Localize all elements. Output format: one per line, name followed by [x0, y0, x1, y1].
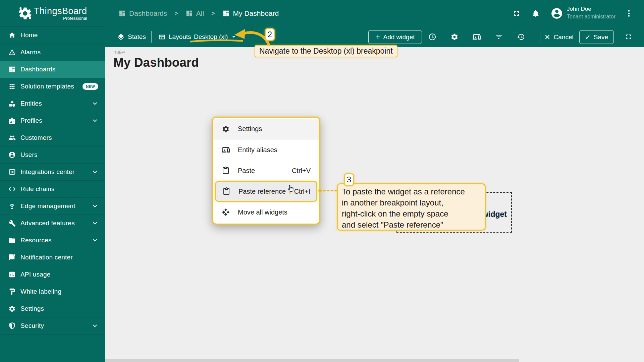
user-name: John Doe	[567, 6, 615, 12]
sidebar-item-label: Solution templates	[20, 83, 74, 90]
sidebar-item-label: API usage	[20, 271, 50, 278]
menu-item-paste[interactable]: PasteCtrl+V	[213, 160, 319, 181]
brand-edition: Professional	[34, 16, 87, 21]
breakpoint-selector[interactable]: Desktop (xl)	[194, 27, 237, 47]
user-menu[interactable]: John Doe Tenant administrator	[567, 6, 615, 20]
toolbar-divider	[540, 31, 540, 43]
menu-item-label: Paste	[238, 167, 255, 175]
chevron-down-icon	[92, 117, 98, 124]
menu-item-settings[interactable]: Settings	[213, 119, 319, 139]
sidebar-item-home[interactable]: Home	[0, 27, 105, 44]
sidebar-item-profiles[interactable]: Profiles	[0, 112, 105, 129]
sidebar-item-alarms[interactable]: Alarms	[0, 44, 105, 61]
sidebar-item-label: Dashboards	[20, 66, 55, 73]
dashboard-icon	[185, 10, 193, 17]
menu-item-move-all-widgets[interactable]: Move all widgets	[213, 202, 319, 223]
sidebar-item-integrations-center[interactable]: Integrations center	[0, 164, 105, 181]
menu-item-entity-aliases[interactable]: Entity aliases	[213, 139, 319, 160]
kebab-menu-icon[interactable]	[625, 9, 633, 18]
title-field-label: Title*	[114, 50, 125, 55]
layouts-button[interactable]: Layouts	[158, 27, 191, 47]
add-widget-button[interactable]: + Add widget	[368, 30, 422, 44]
thingsboard-gear-icon	[18, 6, 33, 21]
breadcrumb-separator: >	[174, 10, 178, 17]
sidebar-item-api-usage[interactable]: API usage	[0, 266, 105, 283]
sidebar-item-customers[interactable]: Customers	[0, 129, 105, 146]
sidebar: ThingsBoard Professional HomeAlarmsDashb…	[0, 0, 105, 362]
sidebar-item-settings[interactable]: Settings	[0, 300, 105, 317]
filters-icon[interactable]	[495, 33, 503, 41]
check-icon: ✓	[585, 33, 591, 41]
menu-item-label: Move all widgets	[238, 208, 287, 216]
dashboard-title[interactable]: My Dashboard	[113, 56, 199, 70]
tutorial-callout-step3: To paste the widget as a referencein ano…	[337, 183, 486, 231]
breadcrumb-item-dashboards[interactable]: Dashboards	[118, 9, 167, 17]
cancel-button[interactable]: ✕ Cancel	[544, 30, 574, 44]
time-window-icon[interactable]	[428, 33, 436, 41]
sidebar-item-label: Users	[20, 151, 38, 159]
states-label: States	[128, 33, 146, 41]
profiles-badge-icon	[8, 117, 16, 124]
cancel-label: Cancel	[554, 34, 574, 41]
save-button[interactable]: ✓ Save	[579, 30, 614, 44]
add-widget-label: Add widget	[383, 34, 415, 41]
notification-chat-icon	[8, 254, 16, 261]
fullscreen-icon[interactable]	[625, 33, 633, 41]
dashboard-context-menu: SettingsEntity aliasesPasteCtrl+VPaste r…	[212, 117, 320, 225]
dashboard-icon	[8, 66, 16, 73]
states-layers-icon	[117, 33, 125, 41]
sidebar-item-label: Security	[20, 322, 44, 329]
chevron-down-icon	[92, 237, 98, 244]
save-label: Save	[594, 34, 608, 41]
sidebar-item-solution-templates[interactable]: Solution templatesNEW	[0, 78, 105, 95]
horizontal-scrollbar[interactable]	[105, 359, 519, 362]
sidebar-item-notification-center[interactable]: Notification center	[0, 249, 105, 266]
apps-grid-icon	[8, 83, 16, 90]
menu-item-paste-reference[interactable]: Paste referenceCtrl+I	[215, 181, 317, 202]
tutorial-connector-dot	[318, 189, 322, 192]
sidebar-item-resources[interactable]: Resources	[0, 232, 105, 249]
breadcrumb-label: Dashboards	[129, 9, 167, 17]
sidebar-item-entities[interactable]: Entities	[0, 95, 105, 112]
dashboard-settings-gear-icon[interactable]	[450, 33, 459, 41]
sidebar-item-security[interactable]: Security	[0, 317, 105, 335]
avatar[interactable]	[550, 7, 563, 20]
alarms-warning-icon	[8, 49, 16, 56]
toolbar-icon-row	[428, 33, 525, 41]
sidebar-item-rule-chains[interactable]: Rule chains	[0, 181, 105, 198]
api-chart-icon	[8, 271, 16, 278]
sidebar-item-dashboards[interactable]: Dashboards	[0, 61, 105, 78]
breadcrumb-item-my-dashboard[interactable]: My Dashboard	[222, 9, 279, 17]
sidebar-item-edge-management[interactable]: Edge management	[0, 198, 105, 215]
user-role: Tenant administrator	[567, 14, 615, 20]
notifications-bell-icon[interactable]	[531, 9, 540, 18]
dashboard-icon	[222, 10, 230, 17]
sidebar-item-label: Home	[20, 32, 38, 39]
thingsboard-app: ThingsBoard Professional HomeAlarmsDashb…	[0, 0, 644, 362]
dashboard-icon	[118, 10, 126, 17]
sidebar-item-advanced-features[interactable]: Advanced features	[0, 215, 105, 232]
advanced-tools-icon	[8, 220, 16, 227]
menu-item-label: Settings	[238, 125, 262, 133]
sidebar-item-label: Settings	[20, 305, 44, 312]
home-icon	[8, 32, 16, 39]
sidebar-item-label: Rule chains	[20, 185, 54, 193]
tutorial-step-badge: 2	[265, 28, 275, 41]
gear-icon	[8, 305, 16, 312]
brand-logo[interactable]: ThingsBoard Professional	[0, 0, 105, 27]
sidebar-item-label: Resources	[20, 237, 52, 244]
version-history-icon[interactable]	[517, 33, 525, 41]
sidebar-item-label: Notification center	[20, 254, 73, 261]
states-button[interactable]: States	[117, 27, 146, 47]
customers-people-icon	[8, 134, 16, 141]
fullscreen-icon[interactable]	[513, 9, 521, 17]
breadcrumb-item-all[interactable]: All	[185, 9, 204, 17]
rule-chains-icon	[8, 185, 16, 193]
sidebar-item-users[interactable]: Users	[0, 146, 105, 164]
move-widgets-icon	[222, 208, 230, 216]
entity-aliases-icon[interactable]	[473, 33, 481, 41]
plus-icon: +	[375, 32, 380, 42]
sidebar-item-white-labeling[interactable]: White labeling	[0, 283, 105, 300]
chevron-down-icon	[92, 169, 98, 175]
widget-placeholder-label: widget	[482, 210, 507, 219]
